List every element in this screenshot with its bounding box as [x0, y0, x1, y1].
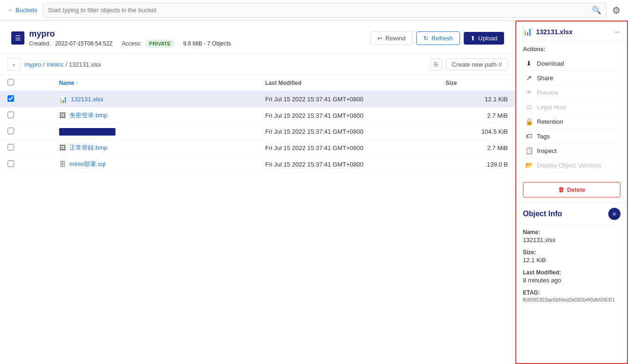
file-name-text[interactable]: 132131.xlsx: [71, 96, 103, 103]
row-modified-cell: Fri Jul 15 2022 15:37:41 GMT+0800: [258, 91, 438, 107]
upload-label: Upload: [478, 35, 498, 42]
action-download[interactable]: ⬇ Download: [523, 56, 620, 71]
created-label: Created:: [29, 40, 51, 47]
bucket-header: ☰ mypro Created: 2022-07-15T06:54:52Z Ac…: [0, 21, 515, 54]
info-field-size: Size: 12.1 KiB: [523, 249, 620, 264]
table-row[interactable]: 📊 132131.xlsx Fri Jul 15 2022 15:37:41 G…: [0, 91, 515, 107]
table-row[interactable]: 🗄 minio部署.sql Fri Jul 15 2022 15:37:41 G…: [0, 156, 515, 173]
file-icon: 🖼: [59, 144, 66, 152]
row-checkbox[interactable]: [8, 95, 14, 102]
rewind-icon: ↩: [377, 35, 383, 42]
download-icon: ⬇: [525, 60, 533, 67]
search-bar: 🔍: [43, 3, 606, 18]
path-mid: minicc: [46, 61, 64, 68]
bucket-name: mypro: [29, 29, 234, 39]
file-name-text[interactable]: 正常登録.bmp: [69, 144, 107, 152]
file-name-wrapper: 📊 132131.xlsx: [59, 96, 250, 103]
row-size-cell: 12.1 KiB: [438, 91, 515, 107]
info-label-size: Size:: [523, 249, 620, 256]
rewind-button[interactable]: ↩ Rewind: [370, 31, 413, 45]
action-tags[interactable]: 🏷 Tags: [523, 129, 620, 144]
actions-label: Actions:: [523, 46, 620, 53]
top-bar: ← Buckets 🔍 ⚙: [0, 0, 628, 21]
action-retention[interactable]: 🔒 Retention: [523, 114, 620, 129]
row-size-cell: 104.5 KiB: [438, 124, 515, 140]
table-row[interactable]: 🖼 免密登录.bmp Fri Jul 15 2022 15:37:41 GMT+…: [0, 107, 515, 124]
bucket-title: ☰ mypro Created: 2022-07-15T06:54:52Z Ac…: [11, 29, 234, 47]
path-sep2: /: [64, 61, 69, 68]
file-icon: 📊: [59, 96, 67, 103]
tags-label: Tags: [537, 133, 550, 140]
row-checkbox[interactable]: [8, 128, 14, 134]
info-label-last_modified: Last Modified:: [523, 269, 620, 276]
search-input[interactable]: [48, 7, 592, 14]
info-field-etag: ETAG: fb9095303ae5bf4ed2e092b4f0db5063/1: [523, 289, 620, 303]
file-name-text[interactable]: minio部署.sql: [69, 160, 106, 168]
file-name-wrapper: 🗄 minio部署.sql: [59, 160, 250, 168]
retention-label: Retention: [537, 118, 563, 125]
refresh-button[interactable]: ↻ Refresh: [416, 31, 460, 45]
upload-icon: ⬆: [470, 35, 475, 42]
refresh-icon: ↻: [423, 35, 429, 42]
panel-title: 📊 132131.xlsx: [523, 27, 573, 36]
file-name-wrapper: 🖼 免密登录.bmp: [59, 111, 250, 120]
file-table: Name Last Modified Size 📊 132131.xlsx: [0, 75, 515, 173]
row-size-cell: 2.7 MiB: [438, 107, 515, 124]
file-name-text[interactable]: 免密登录.bmp: [69, 111, 107, 120]
search-icon: 🔍: [592, 6, 601, 15]
upload-button[interactable]: ⬆ Upload: [464, 32, 504, 45]
info-label-etag: ETAG:: [523, 289, 620, 296]
created-value: 2022-07-15T06:54:52Z: [55, 40, 113, 47]
bucket-actions: ↩ Rewind ↻ Refresh ⬆ Upload: [370, 31, 504, 45]
panel-filename: 132131.xlsx: [536, 28, 573, 36]
action-share[interactable]: ↗ Share: [523, 71, 620, 85]
create-path-button[interactable]: Create new path //: [446, 59, 508, 70]
info-divider: [523, 225, 620, 225]
row-size-cell: 139.0 B: [438, 156, 515, 173]
select-all-checkbox[interactable]: [8, 79, 14, 85]
download-label: Download: [537, 60, 564, 67]
folder-bar-icon: [59, 128, 115, 136]
share-label: Share: [537, 75, 553, 82]
preview-icon: 👁: [525, 89, 533, 96]
action-inspect[interactable]: 📋 Inspect: [523, 144, 620, 158]
access-badge: PRIVATE: [146, 40, 174, 47]
legal-hold-label: Legal Hold: [537, 104, 566, 111]
file-table-body: 📊 132131.xlsx Fri Jul 15 2022 15:37:41 G…: [0, 91, 515, 173]
row-checkbox[interactable]: [8, 112, 14, 118]
select-all-header: [0, 75, 52, 91]
delete-button[interactable]: 🗑 Delete: [523, 182, 620, 197]
create-path-label: Create new path //: [452, 61, 502, 68]
info-fields: Name: 132131.xlsx Size: 12.1 KiB Last Mo…: [523, 229, 620, 303]
object-info-title: Object Info: [523, 210, 562, 218]
name-column-header[interactable]: Name: [52, 75, 258, 91]
back-button[interactable]: ← Buckets: [8, 7, 37, 14]
object-info-icon[interactable]: ⚛: [608, 208, 620, 220]
row-checkbox[interactable]: [8, 160, 14, 167]
retention-icon: 🔒: [525, 118, 533, 125]
object-info-header: Object Info ⚛: [523, 208, 620, 220]
delete-label: Delete: [567, 186, 585, 193]
action-legal-hold: ⚖ Legal Hold: [523, 100, 620, 114]
settings-icon[interactable]: ⚙: [612, 5, 620, 16]
table-row[interactable]: 🖼 正常登録.bmp Fri Jul 15 2022 15:37:41 GMT+…: [0, 140, 515, 156]
back-label: Buckets: [15, 7, 37, 14]
path-first: mypro: [24, 61, 41, 68]
content-area: ☰ mypro Created: 2022-07-15T06:54:52Z Ac…: [0, 21, 515, 364]
file-name-wrapper: 🖼 正常登録.bmp: [59, 144, 250, 152]
path-bar: ‹ mypro / minicc / 132131.xlsx ⎘ Create …: [0, 54, 515, 75]
info-label-name: Name:: [523, 229, 620, 235]
object-info-section: Object Info ⚛ Name: 132131.xlsx Size: 12…: [516, 202, 627, 313]
path-back-button[interactable]: ‹: [8, 58, 21, 71]
copy-path-button[interactable]: ⎘: [430, 59, 442, 70]
panel-close-button[interactable]: →: [613, 28, 620, 36]
legal-hold-icon: ⚖: [525, 103, 533, 111]
row-modified-cell: Fri Jul 15 2022 15:37:41 GMT+0800: [258, 156, 438, 173]
table-row[interactable]: Fri Jul 15 2022 15:37:41 GMT+0800 104.5 …: [0, 124, 515, 140]
modified-column-header: Last Modified: [258, 75, 438, 91]
row-checkbox[interactable]: [8, 144, 14, 151]
refresh-label: Refresh: [431, 35, 453, 42]
preview-label: Preview: [537, 89, 559, 96]
delete-icon: 🗑: [558, 186, 564, 193]
panel-header: 📊 132131.xlsx →: [516, 22, 627, 41]
